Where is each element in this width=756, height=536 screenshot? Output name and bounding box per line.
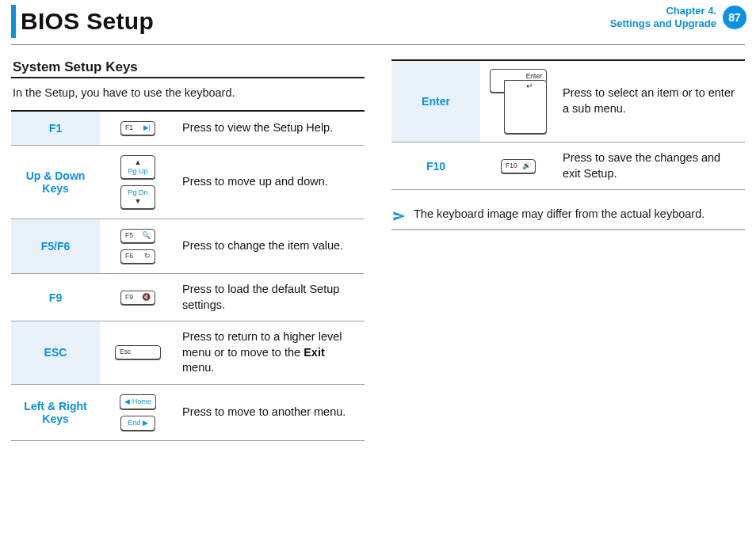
column-left: System Setup Keys In the Setup, you have… bbox=[11, 59, 365, 441]
table-row: ESC Esc Press to return to a higher leve… bbox=[11, 321, 365, 385]
table-row: F5/F6 F5 🔍 F6 ↻ Press to change the item… bbox=[11, 219, 365, 274]
key-name: Enter bbox=[391, 61, 480, 143]
key-name: Up & Down Keys bbox=[11, 146, 100, 219]
page-header: BIOS Setup Chapter 4. Settings and Upgra… bbox=[0, 0, 756, 44]
keycap-pgup: ▲ Pg Up bbox=[120, 155, 155, 179]
section-intro: In the Setup, you have to use the keyboa… bbox=[13, 86, 363, 99]
note-box: The keyboard image may differ from the a… bbox=[391, 207, 745, 230]
keycap-f6: F6 ↻ bbox=[120, 249, 155, 264]
key-name: F9 bbox=[11, 274, 100, 321]
section-heading-rule bbox=[11, 77, 365, 78]
table-row: F10 F10 🔊 Press to save the changes and … bbox=[391, 143, 745, 190]
enter-arrow-icon: ↵ bbox=[526, 82, 533, 90]
table-row: F9 F9 🔇 Press to load the default Setup … bbox=[11, 274, 365, 321]
key-desc: Press to change the item value. bbox=[176, 219, 365, 274]
key-desc: Press to save the changes and exit Setup… bbox=[556, 143, 745, 190]
header-divider bbox=[11, 44, 745, 45]
key-name: ESC bbox=[11, 321, 100, 385]
keycap-enter: Enter ↵ bbox=[490, 69, 547, 134]
keycap-f1: F1 ▶| bbox=[120, 121, 155, 135]
key-image-cell: Esc bbox=[100, 321, 176, 385]
note-icon bbox=[391, 208, 407, 224]
keycap-home: ◀ Home bbox=[120, 394, 156, 409]
key-desc: Press to return to a higher level menu o… bbox=[176, 321, 365, 385]
page-number-badge: 87 bbox=[723, 6, 746, 29]
keycap-glyph: 🔊 bbox=[522, 162, 531, 169]
keys-table-right: Enter Enter ↵ Press to select an item or… bbox=[391, 61, 745, 190]
key-desc: Press to move to another menu. bbox=[176, 384, 365, 440]
key-image-cell: Enter ↵ bbox=[480, 61, 556, 143]
keycap-pgdn: Pg Dn ▼ bbox=[120, 185, 155, 209]
page-title: BIOS Setup bbox=[21, 8, 154, 35]
keycap-glyph: ▶| bbox=[143, 124, 151, 131]
chapter-line-1: Chapter 4. bbox=[610, 5, 716, 17]
keycap-glyph: 🔇 bbox=[142, 293, 151, 301]
table-row: Left & Right Keys ◀ Home End ▶ Press to … bbox=[11, 384, 365, 440]
key-image-cell: F9 🔇 bbox=[100, 274, 176, 321]
table-row: Enter Enter ↵ Press to select an item or… bbox=[391, 61, 745, 143]
keys-table-left: F1 F1 ▶| Press to view the Setup Help. U… bbox=[11, 112, 365, 441]
keycap-esc: Esc bbox=[115, 345, 161, 359]
table-row: F1 F1 ▶| Press to view the Setup Help. bbox=[11, 112, 365, 146]
column-right: Enter Enter ↵ Press to select an item or… bbox=[391, 59, 745, 441]
section-heading: System Setup Keys bbox=[13, 59, 365, 75]
key-image-cell: ◀ Home End ▶ bbox=[100, 384, 176, 440]
keycap-f9: F9 🔇 bbox=[120, 291, 155, 305]
key-name: Left & Right Keys bbox=[11, 384, 100, 440]
key-desc: Press to load the default Setup settings… bbox=[176, 274, 365, 321]
key-image-cell: F10 🔊 bbox=[480, 143, 556, 190]
key-image-cell: F5 🔍 F6 ↻ bbox=[100, 219, 176, 274]
key-name: F1 bbox=[11, 112, 100, 146]
title-wrap: BIOS Setup bbox=[11, 5, 154, 38]
key-name: F10 bbox=[391, 143, 480, 190]
keycap-f5: F5 🔍 bbox=[120, 229, 155, 243]
key-image-cell: ▲ Pg Up Pg Dn ▼ bbox=[100, 146, 176, 219]
chapter-block: Chapter 4. Settings and Upgrade 87 bbox=[610, 5, 746, 31]
table-row: Up & Down Keys ▲ Pg Up Pg Dn ▼ Press to … bbox=[11, 146, 365, 219]
key-image-cell: F1 ▶| bbox=[100, 112, 176, 146]
keycap-end: End ▶ bbox=[120, 416, 155, 431]
note-text: The keyboard image may differ from the a… bbox=[414, 207, 704, 220]
key-desc: Press to view the Setup Help. bbox=[176, 112, 365, 146]
key-desc: Press to move up and down. bbox=[176, 146, 365, 219]
key-name: F5/F6 bbox=[11, 219, 100, 274]
keycap-glyph: 🔍 bbox=[142, 231, 151, 239]
key-desc: Press to select an item or to enter a su… bbox=[556, 61, 745, 143]
chapter-line-2: Settings and Upgrade bbox=[610, 17, 716, 30]
keycap-f10: F10 🔊 bbox=[501, 159, 536, 173]
keycap-glyph: ↻ bbox=[144, 252, 151, 260]
